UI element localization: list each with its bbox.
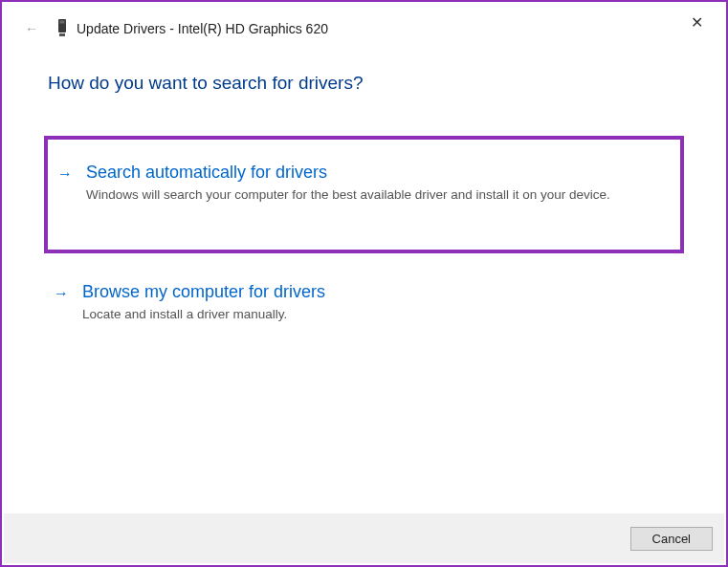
page-heading: How do you want to search for drivers? xyxy=(48,73,680,94)
back-arrow-icon[interactable]: ← xyxy=(21,19,42,38)
svg-rect-2 xyxy=(59,33,65,36)
option-text-wrapper: Search automatically for drivers Windows… xyxy=(86,163,665,204)
content-area: How do you want to search for drivers? →… xyxy=(2,38,726,335)
option-title: Search automatically for drivers xyxy=(86,163,665,183)
bottom-bar: Cancel xyxy=(4,513,724,563)
arrow-right-icon: → xyxy=(57,163,73,185)
arrow-right-icon: → xyxy=(54,282,69,305)
device-icon xyxy=(57,19,67,38)
window-title: Update Drivers - Intel(R) HD Graphics 62… xyxy=(77,21,328,36)
cancel-button[interactable]: Cancel xyxy=(630,527,713,551)
option-description: Windows will search your computer for th… xyxy=(86,186,665,204)
close-button[interactable]: ✕ xyxy=(685,11,709,33)
option-description: Locate and install a driver manually. xyxy=(82,306,671,323)
option-search-automatically[interactable]: → Search automatically for drivers Windo… xyxy=(44,136,684,253)
option-text-wrapper: Browse my computer for drivers Locate an… xyxy=(82,282,671,323)
svg-rect-1 xyxy=(60,21,65,24)
option-browse-computer[interactable]: → Browse my computer for drivers Locate … xyxy=(48,271,680,335)
window-header: ← Update Drivers - Intel(R) HD Graphics … xyxy=(2,2,726,38)
option-title: Browse my computer for drivers xyxy=(82,282,671,302)
